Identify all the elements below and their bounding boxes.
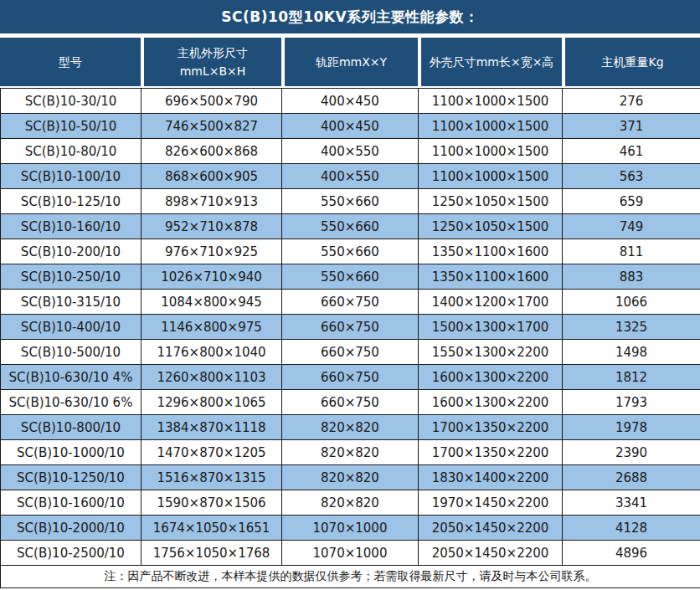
table-row: SC(B)10-125/10898×710×913550×6601250×105… [1,189,700,214]
table-cell: 1296×800×1065 [142,390,282,415]
table-row: SC(B)10-800/101384×870×1118820×8201700×1… [1,415,700,440]
table-cell: 276 [563,89,700,114]
table-row: SC(B)10-630/10 6%1296×800×1065660×750160… [1,390,700,415]
table-row: SC(B)10-30/10696×500×790400×4501100×1000… [1,89,700,114]
table-cell: 811 [563,239,700,264]
table-cell: 1600×1300×2200 [419,390,563,415]
table-cell: 1070×1000 [282,541,419,566]
table-cell: 820×820 [282,465,419,490]
model-cell: SC(B)10-30/10 [1,89,142,114]
specs-table: SC(B)10-30/10696×500×790400×4501100×1000… [0,88,700,588]
table-row: SC(B)10-80/10826×600×868400×5501100×1000… [1,139,700,164]
model-cell: SC(B)10-200/10 [1,239,142,264]
table-cell: 1590×870×1506 [142,490,282,516]
table-cell: 461 [563,139,700,164]
table-body: SC(B)10-30/10696×500×790400×4501100×1000… [1,89,700,566]
table-cell: 976×710×925 [142,239,282,264]
table-cell: 2050×1450×2200 [419,516,563,541]
table-cell: 826×600×868 [142,139,282,164]
table-cell: 660×750 [282,340,419,365]
table-cell: 1350×1100×1600 [419,264,563,290]
table-cell: 952×710×878 [142,214,282,239]
table-row: SC(B)10-50/10746×500×827400×4501100×1000… [1,114,700,139]
table-cell: 1325 [563,315,700,340]
table-cell: 1516×870×1315 [142,465,282,490]
table-header: 型号 主机外形尺寸 mmL×B×H 轨距mmX×Y 外壳尺寸mm长×宽×高 主机… [0,38,700,86]
table-cell: 1674×1050×1651 [142,516,282,541]
header-model: 型号 [0,38,141,86]
table-row: SC(B)10-2500/101756×1050×17681070×100020… [1,541,700,566]
model-cell: SC(B)10-1250/10 [1,465,142,490]
spec-sheet: SC(B)10型10KV系列主要性能参数： 型号 主机外形尺寸 mmL×B×H … [0,0,700,588]
table-cell: 696×500×790 [142,89,282,114]
table-cell: 660×750 [282,365,419,390]
table-cell: 1700×1350×2200 [419,440,563,465]
table-cell: 4128 [563,516,700,541]
table-cell: 1756×1050×1768 [142,541,282,566]
table-cell: 660×750 [282,315,419,340]
model-cell: SC(B)10-80/10 [1,139,142,164]
model-cell: SC(B)10-400/10 [1,315,142,340]
table-cell: 1470×870×1205 [142,440,282,465]
model-cell: SC(B)10-2000/10 [1,516,142,541]
model-cell: SC(B)10-630/10 6% [1,390,142,415]
model-cell: SC(B)10-160/10 [1,214,142,239]
table-cell: 2050×1450×2200 [419,541,563,566]
table-cell: 563 [563,164,700,189]
table-row: SC(B)10-200/10976×710×925550×6601350×110… [1,239,700,264]
table-row: SC(B)10-1600/101590×870×1506820×8201970×… [1,490,700,516]
table-row: SC(B)10-400/101146×800×975660×7501500×13… [1,315,700,340]
model-cell: SC(B)10-800/10 [1,415,142,440]
table-row: SC(B)10-160/10952×710×878550×6601250×105… [1,214,700,239]
table-cell: 1970×1450×2200 [419,490,563,516]
table-cell: 1384×870×1118 [142,415,282,440]
table-cell: 749 [563,214,700,239]
table-cell: 820×820 [282,415,419,440]
table-cell: 1250×1050×1500 [419,214,563,239]
table-row: SC(B)10-630/10 4%1260×800×1103660×750160… [1,365,700,390]
table-row: SC(B)10-1250/101516×870×1315820×8201830×… [1,465,700,490]
table-cell: 1978 [563,415,700,440]
table-cell: 3341 [563,490,700,516]
table-cell: 1400×1200×1700 [419,290,563,315]
model-cell: SC(B)10-2500/10 [1,541,142,566]
table-cell: 1100×1000×1500 [419,164,563,189]
table-cell: 1070×1000 [282,516,419,541]
table-note: 注：因产品不断改进，本样本提供的数据仅供参考；若需取得最新尺寸，请及时与本公司联… [1,566,700,588]
page-title: SC(B)10型10KV系列主要性能参数： [0,0,700,33]
model-cell: SC(B)10-125/10 [1,189,142,214]
table-cell: 820×820 [282,490,419,516]
table-cell: 550×660 [282,264,419,290]
table-cell: 883 [563,264,700,290]
table-cell: 400×450 [282,89,419,114]
table-cell: 660×750 [282,390,419,415]
table-cell: 1700×1350×2200 [419,415,563,440]
table-row: SC(B)10-315/101084×800×945660×7501400×12… [1,290,700,315]
table-row: SC(B)10-250/101026×710×940550×6601350×11… [1,264,700,290]
table-cell: 1500×1300×1700 [419,315,563,340]
table-cell: 1100×1000×1500 [419,139,563,164]
header-track-gauge: 轨距mmX×Y [281,38,418,86]
model-cell: SC(B)10-500/10 [1,340,142,365]
table-cell: 550×660 [282,214,419,239]
table-cell: 1146×800×975 [142,315,282,340]
table-cell: 550×660 [282,239,419,264]
table-cell: 1026×710×940 [142,264,282,290]
table-cell: 898×710×913 [142,189,282,214]
header-unit-size: 主机外形尺寸 mmL×B×H [141,38,281,86]
table-cell: 1793 [563,390,700,415]
header-shell-size: 外壳尺寸mm长×宽×高 [418,38,562,86]
table-cell: 1100×1000×1500 [419,114,563,139]
model-cell: SC(B)10-250/10 [1,264,142,290]
table-cell: 746×500×827 [142,114,282,139]
table-cell: 659 [563,189,700,214]
table-row: SC(B)10-2000/101674×1050×16511070×100020… [1,516,700,541]
note-row: 注：因产品不断改进，本样本提供的数据仅供参考；若需取得最新尺寸，请及时与本公司联… [1,566,700,588]
table-cell: 1176×800×1040 [142,340,282,365]
table-cell: 1250×1050×1500 [419,189,563,214]
table-row: SC(B)10-100/10868×600×905400×5501100×100… [1,164,700,189]
table-cell: 1066 [563,290,700,315]
table-cell: 1260×800×1103 [142,365,282,390]
table-row: SC(B)10-1000/101470×870×1205820×8201700×… [1,440,700,465]
table-cell: 1498 [563,340,700,365]
